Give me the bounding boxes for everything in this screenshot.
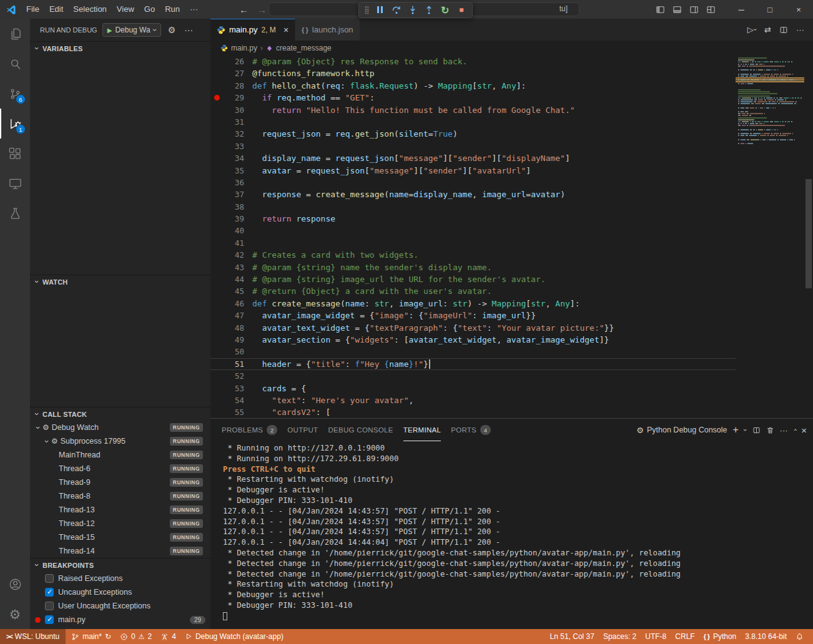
breadcrumb-symbol[interactable]: create_message [276,44,332,52]
code-line[interactable]: 37 response = create_message(name=displa… [210,188,736,200]
code-line[interactable]: 33 [210,140,736,152]
menu-run[interactable]: Run [160,0,185,19]
breakpoint-item[interactable]: Uncaught Exceptions [30,585,210,599]
code-line[interactable]: 38 [210,201,736,213]
python-interpreter[interactable]: 3.8.10 64-bit [741,629,791,644]
call-stack-item[interactable]: Thread-12RUNNING [30,517,210,530]
call-stack-item[interactable]: Thread-13RUNNING [30,503,210,517]
breakpoint-gutter[interactable] [210,370,223,382]
step-over-button[interactable] [389,3,404,17]
terminal-output[interactable]: * Running on http://127.0.0.1:9000 * Run… [210,441,813,629]
code-line[interactable]: 36 [210,177,736,188]
call-stack-item[interactable]: ›⚙Debug WatchRUNNING [30,421,210,434]
console-selector[interactable]: ⚙ Python Debug Console [636,426,727,435]
panel-tab-problems[interactable]: PROBLEMS2 [222,419,277,441]
maximize-panel-icon[interactable]: › [791,429,798,431]
activity-settings-icon[interactable]: ⚙ [0,599,30,629]
kill-terminal-icon[interactable] [766,426,774,434]
activity-testing-icon[interactable] [0,198,30,228]
menu-edit[interactable]: Edit [44,0,68,19]
toggle-panel-icon[interactable] [673,5,682,14]
breakpoint-gutter[interactable] [210,406,223,418]
breakpoint-gutter[interactable] [210,358,223,370]
step-out-button[interactable] [421,3,436,17]
panel-tab-output[interactable]: OUTPUT [287,419,318,441]
breakpoint-gutter[interactable] [210,225,223,237]
call-stack-item[interactable]: Thread-6RUNNING [30,462,210,476]
tab-launch-json[interactable]: { } launch.json [295,19,360,41]
breakpoint-gutter[interactable] [210,177,223,188]
tab-main-py[interactable]: main.py 2, M × [210,19,295,41]
breakpoint-checkbox[interactable] [45,588,54,597]
minimap[interactable] [736,56,804,418]
breakpoint-gutter[interactable] [210,188,223,200]
call-stack-item[interactable]: Thread-14RUNNING [30,544,210,558]
new-terminal-icon[interactable]: + [733,424,739,436]
code-line[interactable]: 34 display_name = request_json["message"… [210,152,736,164]
split-terminal-icon[interactable] [752,426,761,434]
language-mode[interactable]: { }Python [699,629,741,644]
code-line[interactable]: 45# @return {Object} a card with the use… [210,285,736,297]
activity-remote-explorer-icon[interactable] [0,168,30,198]
breakpoint-gutter[interactable] [210,334,223,346]
breakpoint-gutter[interactable] [210,213,223,225]
pause-button[interactable] [373,3,388,17]
code-line[interactable]: 44# @param {string} image_url the URL fo… [210,273,736,285]
breakpoints-section-header[interactable]: › BREAKPOINTS [30,558,210,572]
drag-handle-icon[interactable]: ⣿ [362,6,372,14]
toggle-sidebar-icon[interactable] [656,5,665,14]
breakpoint-gutter[interactable] [210,67,223,79]
panel-tab-ports[interactable]: PORTS4 [451,419,491,441]
code-line[interactable]: 52 [210,370,736,382]
code-line[interactable]: 47 avatar_image_widget = {"image": {"ima… [210,310,736,321]
minimize-button[interactable]: ─ [727,0,756,19]
breakpoint-item[interactable]: User Uncaught Exceptions [30,599,210,613]
breakpoint-checkbox[interactable] [45,602,54,610]
code-line[interactable]: 35 avatar = request_json["message"]["sen… [210,165,736,177]
call-stack-item[interactable]: Thread-9RUNNING [30,476,210,489]
call-stack-item[interactable]: ›⚙Subprocess 17995RUNNING [30,434,210,448]
indentation[interactable]: Spaces: 2 [599,629,641,644]
menu-view[interactable]: View [112,0,139,19]
code-line[interactable]: 28def hello_chat(req: flask.Request) -> … [210,80,736,92]
breakpoint-gutter[interactable] [210,322,223,334]
breakpoint-gutter[interactable] [210,140,223,152]
customize-layout-icon[interactable] [706,5,716,14]
code-line[interactable]: 39 return response [210,213,736,225]
code-line[interactable]: 48 avatar_text_widget = {"textParagraph"… [210,322,736,334]
breakpoint-item[interactable]: main.py29 [30,613,210,627]
call-stack-item[interactable]: Thread-8RUNNING [30,489,210,503]
code-line[interactable]: 32 request_json = req.get_json(silent=Tr… [210,128,736,140]
code-editor[interactable]: 26# @param {Object} res Response to send… [210,56,813,418]
encoding[interactable]: UTF-8 [641,629,671,644]
git-branch[interactable]: main*↻ [67,629,116,644]
breadcrumb-file[interactable]: main.py [231,44,257,52]
activity-accounts-icon[interactable] [0,569,30,599]
step-into-button[interactable] [405,3,420,17]
scrollbar-thumb[interactable] [806,179,812,288]
terminal-dropdown-icon[interactable]: › [742,429,749,431]
menu-selection[interactable]: Selection [68,0,111,19]
forward-arrow-icon[interactable]: → [257,4,267,15]
breakpoint-gutter[interactable] [210,128,223,140]
breakpoint-gutter[interactable] [210,285,223,297]
back-arrow-icon[interactable]: ← [239,4,249,15]
activity-search-icon[interactable] [0,49,30,79]
sidebar-more-icon[interactable]: ··· [182,25,195,35]
editor-scrollbar[interactable] [804,56,813,418]
run-python-file-button[interactable]: ▷› [747,25,756,34]
ports-status[interactable]: 4 [156,629,180,644]
variables-section-header[interactable]: › VARIABLES [30,41,210,55]
code-line[interactable]: 41 [210,237,736,249]
eol[interactable]: CRLF [671,629,699,644]
breakpoint-gutter[interactable] [210,56,223,67]
menu-overflow-icon[interactable]: ··· [185,0,203,19]
code-line[interactable]: 31 [210,116,736,128]
breakpoint-gutter[interactable] [210,383,223,394]
code-line[interactable]: 30 return "Hello! This function must be … [210,104,736,116]
breakpoint-dot-icon[interactable] [210,92,223,104]
problems-status[interactable]: 0⚠2 [116,629,156,644]
code-line[interactable]: 42# Creates a card with two widgets. [210,249,736,261]
debug-gear-icon[interactable]: ⚙ [166,25,178,35]
toggle-secondary-sidebar-icon[interactable] [689,5,699,14]
